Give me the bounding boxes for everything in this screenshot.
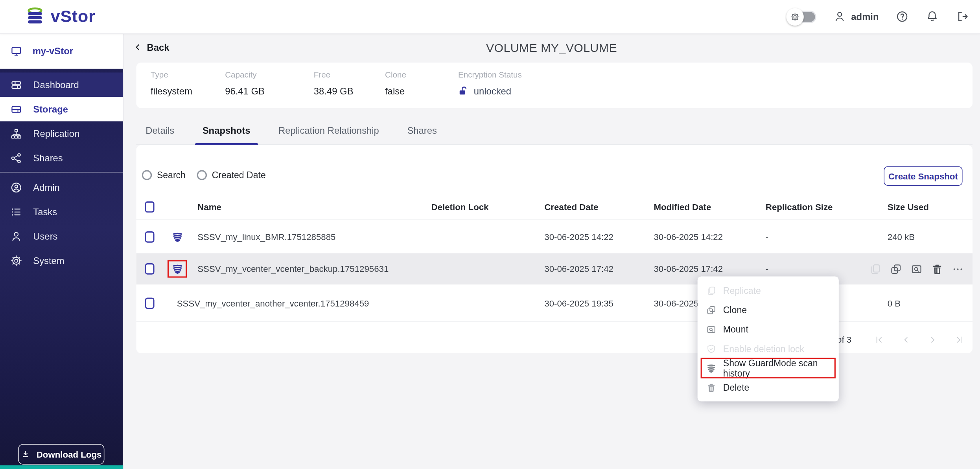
column-header-replication-size[interactable]: Replication Size [766,194,833,220]
sidebar-item-admin[interactable]: Admin [0,175,123,199]
first-page-icon[interactable] [874,334,884,345]
radio-circle[interactable] [197,170,207,180]
sidebar-item-users[interactable]: Users [0,224,123,248]
info-label: Capacity [225,70,256,79]
replicate-icon [706,286,716,295]
create-snapshot-button[interactable]: Create Snapshot [884,166,962,186]
info-label: Free [314,70,330,79]
menu-item-delete[interactable]: Delete [698,378,839,397]
page-title: VOLUME MY_VOLUME [123,41,980,55]
vstor-logo[interactable]: vStor [25,6,96,26]
table-header: Name Deletion Lock Created Date Modified… [136,194,972,220]
sidebar-item-tasks[interactable]: Tasks [0,199,123,224]
tab-replication-relationship[interactable]: Replication Relationship [278,116,379,144]
tab-snapshots[interactable]: Snapshots [203,116,251,144]
sidebar-node-my-vstor[interactable]: my-vStor [0,33,123,69]
navbar-actions: admin [788,0,969,33]
info-label: Clone [385,70,406,79]
info-label: Type [151,70,168,79]
monitor-icon [10,45,22,57]
table-row[interactable]: SSSV_my_vcenter_vcenter_backup.175129563… [136,253,972,284]
filter-search-radio[interactable]: Search [142,170,186,180]
row-checkbox[interactable] [145,231,155,242]
tab-shares[interactable]: Shares [407,116,437,144]
storage-icon [10,103,22,115]
user-menu[interactable]: admin [833,10,879,23]
column-header-modified-date[interactable]: Modified Date [654,194,711,220]
last-page-icon[interactable] [954,334,965,345]
tab-details[interactable]: Details [146,116,174,144]
snapshots-panel: Search Created Date Create Snapshot Name… [136,145,972,353]
replicate-icon [869,263,881,275]
sidebar-item-dashboard[interactable]: Dashboard [0,72,123,97]
snapshot-modified: 30-06-2025 14:22 [654,220,723,253]
menu-item-enable-deletion-lock: Enable deletion lock [698,339,839,358]
snapshot-size-used: 240 kB [888,220,915,253]
sidebar-item-replication[interactable]: Replication [0,121,123,146]
vstor-logo-icon [25,6,45,26]
guardmode-shield-icon [172,231,183,242]
radio-label: Search [157,170,186,180]
theme-toggle[interactable] [788,10,816,23]
menu-item-show-guardmode-scan-history[interactable]: Show GuardMode scan history [698,358,839,378]
column-header-deletion-lock[interactable]: Deletion Lock [431,194,489,220]
logout-icon[interactable] [956,10,969,23]
sidebar-item-storage[interactable]: Storage [0,97,123,121]
filter-created-date-radio[interactable]: Created Date [197,170,266,180]
vstor-logo-text: vStor [51,7,96,26]
menu-item-label: Delete [723,382,750,392]
top-navbar: vStor admin [0,0,980,34]
clone-icon[interactable] [890,263,902,275]
sidebar-item-label: Dashboard [33,79,79,90]
guardmode-shield-icon [172,263,183,275]
guardmode-shield-icon [706,363,716,373]
menu-item-label: Show GuardMode scan history [723,358,830,378]
previous-page-icon[interactable] [901,334,911,345]
download-logs-label: Download Logs [37,449,102,459]
row-checkbox[interactable] [145,263,155,275]
dashboard-icon [10,78,22,91]
sidebar-item-shares[interactable]: Shares [0,146,123,170]
snapshot-size-used: 0 B [888,284,901,321]
column-header-size-used[interactable]: Size Used [888,194,929,220]
column-header-created-date[interactable]: Created Date [544,194,598,220]
delete-icon[interactable] [931,263,943,275]
mount-icon[interactable] [911,263,923,275]
menu-item-replicate: Replicate [698,281,839,300]
menu-item-clone[interactable]: Clone [698,300,839,319]
column-header-name[interactable]: Name [197,194,221,220]
chevron-left-icon [133,42,143,52]
download-logs-button[interactable]: Download Logs [18,444,104,464]
delete-icon [706,382,716,392]
sidebar-item-label: Replication [33,128,79,139]
notifications-bell-icon[interactable] [926,10,939,23]
more-actions-icon[interactable] [952,263,963,275]
info-value: false [385,86,405,96]
radio-circle[interactable] [142,170,152,180]
username-label: admin [851,11,879,22]
back-label: Back [147,42,169,52]
snapshot-name: SSSV_my_vcenter_vcenter_backup.175129563… [197,253,389,284]
node-label: my-vStor [33,46,73,56]
unlock-icon [458,86,469,96]
sidebar-item-label: Tasks [33,206,57,217]
sidebar-item-label: Storage [33,104,68,114]
sidebar-item-system[interactable]: System [0,248,123,273]
snapshot-created: 30-06-2025 19:35 [544,284,613,321]
info-label: Encryption Status [458,70,522,79]
snapshot-name: SSSV_my_vcenter_another_vcenter.17512984… [177,284,369,321]
sidebar-item-label: Users [33,231,57,241]
table-row[interactable]: SSSV_my_linux_BMR.1751285885 30-06-2025 … [136,220,972,253]
menu-item-mount[interactable]: Mount [698,319,839,339]
row-checkbox[interactable] [145,297,155,309]
mount-icon [706,324,716,334]
select-all-checkbox[interactable] [145,201,155,213]
menu-item-label: Mount [723,324,748,334]
next-page-icon[interactable] [927,334,938,345]
sidebar: my-vStor Dashboard Storage Replication S… [0,33,123,469]
help-icon[interactable] [895,10,908,23]
sidebar-divider [0,172,123,173]
table-row[interactable]: SSSV_my_vcenter_another_vcenter.17512984… [136,284,972,322]
back-button[interactable]: Back [133,42,169,52]
pagination-controls [874,334,965,345]
